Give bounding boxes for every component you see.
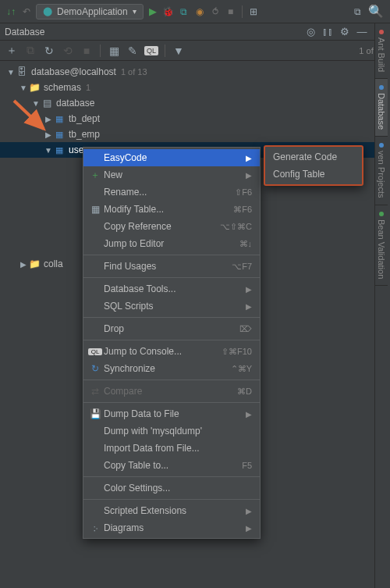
application-icon: ⬤ (43, 6, 52, 16)
database-panel-header: Database ◎ ⫿⫿ ⚙ — →| (0, 23, 390, 41)
structure-icon[interactable]: ⊞ (247, 5, 260, 18)
refresh-icon[interactable]: ↻ (42, 45, 56, 57)
console-icon[interactable]: QL (144, 46, 158, 55)
save-icon: 💾 (88, 408, 102, 419)
menu-drop[interactable]: Drop ⌦ (83, 320, 260, 337)
run-button[interactable]: ▶ (147, 5, 159, 18)
edit-icon[interactable]: ✎ (126, 45, 140, 57)
rollback-icon: ⟲ (61, 45, 75, 57)
back-icon: ↶ (20, 5, 33, 18)
profile-button[interactable]: ◉ (193, 5, 206, 18)
tab-ant-build[interactable]: Ant Build (375, 23, 388, 79)
chevron-down-icon: ▾ (133, 7, 136, 16)
tab-maven[interactable]: ven Projects (375, 137, 388, 205)
context-menu: EasyCode ▶ ＋ New ▶ Rename... ⇧F6 ▦ Modif… (83, 147, 261, 539)
plus-icon: ＋ (88, 169, 102, 182)
menu-jump-editor[interactable]: Jump to Editor ⌘↓ (83, 235, 260, 252)
menu-scripted-ext[interactable]: Scripted Extensions ▶ (83, 502, 260, 519)
folder-icon: 📁 (28, 82, 41, 93)
tree-root[interactable]: ▼ 🗄 database@localhost 1 of 13 (0, 64, 374, 80)
menu-copy-table[interactable]: Copy Table to... F5 (83, 457, 260, 474)
target-icon[interactable]: ◎ (304, 26, 317, 37)
panel-title: Database (5, 27, 44, 37)
search-everywhere-icon[interactable]: 🔍 (367, 4, 385, 19)
submenu-config-table[interactable]: Config Table (265, 166, 362, 183)
console-icon: QL (88, 348, 102, 355)
menu-rename[interactable]: Rename... ⇧F6 (83, 184, 260, 201)
run-config-label: DemoApplication (57, 6, 128, 17)
table-icon[interactable]: ▦ (107, 45, 121, 57)
filter-icon[interactable]: ▼ (172, 45, 186, 57)
right-tool-stripe: Ant Build Database ven Projects Bean Val… (374, 23, 390, 588)
tab-bean[interactable]: Bean Validation (375, 205, 388, 286)
tree-schemas[interactable]: ▼ 📁 schemas 1 (0, 80, 374, 95)
menu-sql-scripts[interactable]: SQL Scripts ▶ (83, 298, 260, 315)
menu-diagrams[interactable]: ჻ Diagrams ▶ (83, 519, 260, 536)
menu-easycode[interactable]: EasyCode ▶ (83, 149, 260, 166)
annotation-arrow (11, 98, 58, 144)
stop-button: ■ (225, 5, 237, 18)
menu-dump-file[interactable]: 💾 Dump Data to File ▶ (83, 405, 260, 422)
gear-icon[interactable]: ⚙ (339, 26, 351, 37)
menu-find-usages[interactable]: Find Usages ⌥F7 (83, 258, 260, 275)
menu-modify-table[interactable]: ▦ Modify Table... ⌘F6 (83, 201, 260, 218)
tab-database[interactable]: Database (375, 79, 388, 137)
attach-button[interactable]: ⥀ (209, 5, 222, 18)
stop2-icon: ■ (80, 45, 94, 57)
table-icon: ▦ (88, 204, 102, 215)
menu-dump-mysqldump[interactable]: Dump with 'mysqldump' (83, 422, 260, 440)
add-icon[interactable]: ＋ (5, 44, 19, 58)
layout-icon[interactable]: ⧉ (351, 5, 363, 18)
svg-line-0 (14, 101, 44, 129)
hide-icon[interactable]: — (356, 26, 368, 37)
debug-button[interactable]: 🐞 (162, 5, 175, 18)
submenu-generate-code[interactable]: Generate Code (265, 148, 362, 166)
menu-database-tools[interactable]: Database Tools... ▶ (83, 280, 260, 298)
database-toolbar: ＋ ⧉ ↻ ⟲ ■ ▦ ✎ QL ▼ 1 of 13 (0, 41, 390, 61)
menu-import-file[interactable]: Import Data from File... (83, 440, 260, 457)
duplicate-icon: ⧉ (23, 44, 37, 57)
menu-jump-console[interactable]: QL Jump to Console... ⇧⌘F10 (83, 343, 260, 360)
main-toolbar: ↓↑ ↶ ⬤ DemoApplication ▾ ▶ 🐞 ⧉ ◉ ⥀ ■ ⊞ ⧉… (0, 0, 390, 23)
folder-icon: 📁 (28, 258, 41, 269)
menu-compare: ⇄ Compare ⌘D (83, 383, 260, 400)
diagram-icon: ჻ (88, 522, 102, 533)
datasource-icon: 🗄 (16, 66, 28, 77)
shelf-icon[interactable]: ↓↑ (5, 5, 17, 18)
menu-color-settings[interactable]: Color Settings... (83, 479, 260, 497)
split-icon[interactable]: ⫿⫿ (321, 26, 334, 37)
table-icon: ▦ (53, 145, 66, 155)
menu-synchronize[interactable]: ↻ Synchronize ⌃⌘Y (83, 360, 260, 377)
easycode-submenu: Generate Code Config Table (264, 145, 363, 186)
sync-icon: ↻ (88, 363, 102, 374)
compare-icon: ⇄ (88, 386, 102, 397)
menu-copy-reference[interactable]: Copy Reference ⌥⇧⌘C (83, 218, 260, 235)
menu-new[interactable]: ＋ New ▶ (83, 166, 260, 184)
coverage-button[interactable]: ⧉ (178, 5, 190, 18)
run-config-selector[interactable]: ⬤ DemoApplication ▾ (36, 4, 144, 20)
